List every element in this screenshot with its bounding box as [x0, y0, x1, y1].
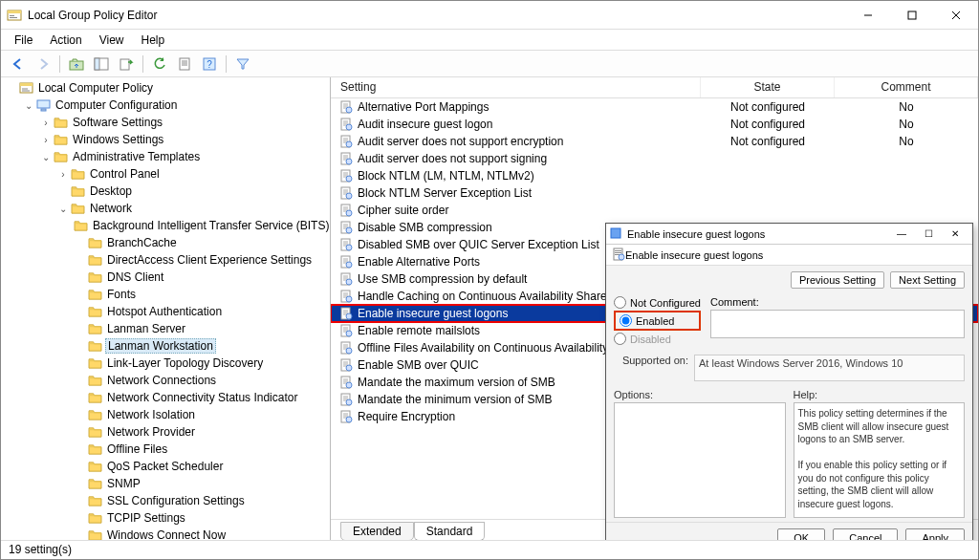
help-box[interactable]: This policy setting determines if the SM…	[794, 402, 966, 518]
comment-field[interactable]	[710, 310, 965, 338]
close-button[interactable]	[934, 1, 978, 30]
tree-item[interactable]: DNS Client	[1, 269, 330, 286]
dialog-close-button[interactable]: ✕	[942, 225, 968, 244]
tree-item[interactable]: ›Control Panel	[1, 165, 330, 183]
tree-item[interactable]: Network Provider	[1, 423, 330, 441]
policy-icon	[338, 254, 354, 269]
main-window: Local Group Policy Editor File Action Vi…	[0, 0, 979, 560]
svg-point-108	[346, 382, 352, 388]
menu-help[interactable]: Help	[134, 32, 173, 49]
tree-item[interactable]: Offline Files	[1, 441, 330, 458]
tree-item[interactable]: SNMP	[1, 475, 330, 492]
tree-item[interactable]: ›Windows Settings	[1, 131, 330, 148]
body: Local Computer Policy⌄Computer Configura…	[1, 77, 978, 540]
svg-text:?: ?	[207, 59, 212, 70]
filter-button[interactable]	[231, 54, 254, 75]
radio-enabled[interactable]: Enabled	[620, 314, 695, 327]
chevron-down-icon[interactable]: ⌄	[56, 204, 70, 214]
column-header-setting[interactable]: Setting	[331, 77, 701, 97]
policy-icon	[338, 168, 354, 183]
radio-disabled[interactable]: Disabled	[614, 333, 701, 345]
menu-file[interactable]: File	[7, 32, 40, 49]
tree-item[interactable]: TCPIP Settings	[1, 509, 330, 527]
show-hide-console-tree-button[interactable]	[90, 54, 113, 75]
tree-item[interactable]: Local Computer Policy	[1, 79, 330, 97]
setting-row[interactable]: Block NTLM (LM, NTLM, NTLMv2)	[331, 167, 978, 184]
app-icon	[7, 8, 22, 23]
tree-item-label: Link-Layer Topology Discovery	[105, 356, 265, 370]
folder-icon	[70, 183, 85, 199]
console-tree[interactable]: Local Computer Policy⌄Computer Configura…	[1, 77, 330, 540]
tab-standard[interactable]: Standard	[414, 522, 486, 540]
tree-item[interactable]: Desktop	[1, 183, 330, 200]
tree-item[interactable]: Network Connections	[1, 372, 330, 389]
statusbar: 19 setting(s)	[1, 540, 978, 559]
tree-item[interactable]: Network Connectivity Status Indicator	[1, 389, 330, 406]
tree-item[interactable]: DirectAccess Client Experience Settings	[1, 251, 330, 269]
tree-item[interactable]: Network Isolation	[1, 406, 330, 423]
previous-setting-button[interactable]: Previous Setting	[791, 271, 884, 289]
radio-enabled-highlight: Enabled	[614, 311, 701, 331]
dialog-maximize-button[interactable]: ☐	[915, 225, 942, 244]
supported-on-value: At least Windows Server 2016, Windows 10	[694, 355, 965, 381]
tree-item[interactable]: SSL Configuration Settings	[1, 492, 330, 509]
setting-row[interactable]: Cipher suite order	[331, 202, 978, 219]
dialog-minimize-button[interactable]: —	[888, 225, 915, 244]
folder-icon	[87, 304, 102, 319]
folder-icon	[87, 338, 102, 354]
ok-button[interactable]: OK	[777, 528, 825, 540]
export-list-button[interactable]	[115, 54, 138, 75]
tree-item[interactable]: ⌄Administrative Templates	[1, 148, 330, 165]
svg-point-73	[346, 262, 352, 268]
tree-item[interactable]: Lanman Server	[1, 320, 330, 337]
help-button[interactable]: ?	[198, 54, 221, 75]
chevron-right-icon[interactable]: ›	[39, 118, 53, 128]
chevron-down-icon[interactable]: ⌄	[39, 152, 53, 162]
setting-row[interactable]: Block NTLM Server Exception List	[331, 184, 978, 202]
tree-item[interactable]: Background Intelligent Transfer Service …	[1, 217, 330, 234]
svg-point-88	[346, 313, 352, 319]
policy-icon	[338, 203, 354, 218]
chevron-right-icon[interactable]: ›	[56, 169, 70, 180]
setting-comment: No	[835, 118, 978, 131]
help-label: Help:	[794, 387, 966, 402]
tree-item-label: Background Intelligent Transfer Service …	[91, 219, 330, 232]
tree-item[interactable]: Windows Connect Now	[1, 527, 330, 540]
toolbar-separator	[142, 55, 143, 73]
forward-button[interactable]	[32, 54, 54, 75]
minimize-button[interactable]	[846, 1, 890, 30]
svg-rect-19	[20, 83, 33, 86]
tree-item[interactable]: ⌄Network	[1, 200, 330, 217]
policy-icon	[338, 409, 354, 424]
chevron-down-icon[interactable]: ⌄	[22, 100, 35, 111]
tree-item[interactable]: QoS Packet Scheduler	[1, 458, 330, 475]
folder-icon	[74, 218, 88, 233]
tree-item[interactable]: Hotspot Authentication	[1, 303, 330, 320]
tree-item[interactable]: ›Software Settings	[1, 114, 330, 131]
tab-extended[interactable]: Extended	[340, 522, 414, 540]
column-header-comment[interactable]: Comment	[835, 77, 978, 97]
tree-item[interactable]: Lanman Workstation	[1, 337, 330, 355]
tree-item[interactable]: Link-Layer Topology Discovery	[1, 355, 330, 372]
tree-item[interactable]: Fonts	[1, 286, 330, 303]
up-button[interactable]	[65, 54, 88, 75]
policy-icon	[338, 306, 354, 321]
back-button[interactable]	[7, 54, 30, 75]
properties-button[interactable]	[173, 54, 196, 75]
setting-row[interactable]: Alternative Port MappingsNot configuredN…	[331, 98, 978, 116]
setting-row[interactable]: Audit server does not support signing	[331, 150, 978, 167]
next-setting-button[interactable]: Next Setting	[890, 271, 965, 289]
cancel-button[interactable]: Cancel	[833, 528, 898, 540]
tree-item[interactable]: BranchCache	[1, 234, 330, 251]
maximize-button[interactable]	[890, 1, 934, 30]
menu-action[interactable]: Action	[42, 32, 89, 49]
apply-button[interactable]: Apply	[905, 528, 965, 540]
refresh-button[interactable]	[148, 54, 171, 75]
radio-not-configured[interactable]: Not Configured	[614, 296, 701, 309]
column-header-state[interactable]: State	[701, 77, 835, 97]
setting-row[interactable]: Audit server does not support encryption…	[331, 133, 978, 150]
setting-row[interactable]: Audit insecure guest logonNot configured…	[331, 116, 978, 133]
chevron-right-icon[interactable]: ›	[39, 135, 53, 145]
tree-item[interactable]: ⌄Computer Configuration	[1, 97, 330, 114]
menu-view[interactable]: View	[92, 32, 132, 49]
